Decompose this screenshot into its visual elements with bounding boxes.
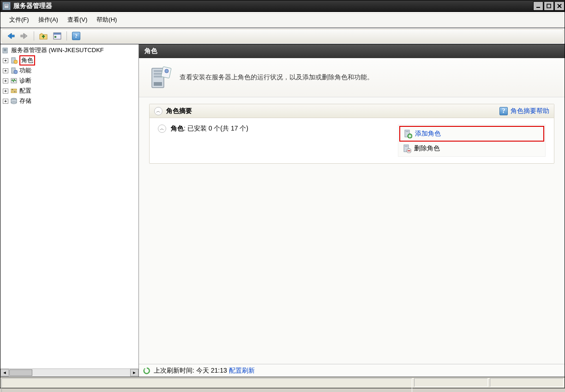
banner: 查看安装在服务器上角色的运行状况，以及添加或删除角色和功能。	[139, 58, 565, 97]
svg-rect-14	[4, 50, 6, 51]
maximize-button[interactable]	[544, 1, 554, 11]
back-button[interactable]	[5, 30, 17, 42]
collapse-button[interactable]: ︿	[154, 107, 162, 115]
expand-icon[interactable]: +	[3, 58, 8, 63]
status-cell-1	[414, 378, 488, 387]
toolbar-separator	[34, 31, 34, 41]
content-header: 角色	[139, 44, 565, 58]
tree-label-features: 功能	[19, 66, 31, 75]
storage-icon	[10, 97, 18, 105]
scroll-right-button[interactable]: ►	[130, 369, 138, 376]
menu-bar: 文件(F) 操作(A) 查看(V) 帮助(H)	[0, 12, 565, 28]
menu-view[interactable]: 查看(V)	[63, 14, 92, 25]
tree-item-diagnostics[interactable]: + 诊断	[1, 76, 138, 86]
menu-file[interactable]: 文件(F)	[5, 14, 34, 25]
footer-config-link[interactable]: 配置刷新	[229, 367, 255, 375]
menu-action[interactable]: 操作(A)	[34, 14, 63, 25]
remove-role-label: 删除角色	[414, 144, 440, 153]
tree-pane: 服务器管理器 (WIN-JKESUTCDKF + 角色 + 功能 + 诊断 + …	[0, 44, 139, 377]
svg-point-33	[165, 69, 168, 73]
summary-help-link[interactable]: ? 角色摘要帮助	[499, 107, 549, 115]
tree-label-roles: 角色	[19, 55, 35, 65]
tree-item-storage[interactable]: + 存储	[1, 96, 138, 106]
app-icon	[2, 2, 11, 10]
tree-item-features[interactable]: + 功能	[1, 65, 138, 76]
summary-title: 角色摘要	[166, 107, 192, 115]
summary-header: ︿ 角色摘要 ? 角色摘要帮助	[150, 104, 554, 118]
up-folder-button[interactable]	[37, 30, 49, 42]
svg-rect-0	[4, 4, 9, 8]
diagnostics-icon	[10, 77, 18, 85]
scroll-left-button[interactable]: ◄	[0, 369, 9, 376]
status-bar	[0, 377, 565, 388]
menu-help[interactable]: 帮助(H)	[92, 14, 121, 25]
scroll-track[interactable]	[9, 369, 130, 377]
actions-panel: 添加角色 删除角色	[398, 125, 546, 157]
svg-rect-29	[154, 73, 162, 75]
tree-item-roles[interactable]: + 角色	[1, 55, 138, 65]
expand-icon[interactable]: +	[3, 89, 8, 94]
svg-rect-11	[54, 36, 56, 38]
status-cell-2	[490, 378, 564, 387]
svg-rect-30	[154, 76, 162, 77]
help-icon: ?	[72, 32, 80, 40]
svg-point-18	[14, 70, 18, 74]
config-icon	[10, 87, 18, 95]
features-icon	[10, 66, 18, 75]
toolbar-separator-2	[66, 31, 67, 41]
svg-point-26	[11, 102, 17, 104]
svg-rect-31	[154, 82, 162, 86]
remove-role-icon	[402, 144, 411, 153]
svg-rect-21	[11, 91, 17, 93]
svg-rect-10	[54, 33, 61, 35]
footer-time: 今天 21:13	[196, 367, 227, 375]
refresh-icon	[143, 367, 151, 375]
summary-section: ︿ 角色摘要 ? 角色摘要帮助 ︿ 角色: 已安装 0 个(共 17 个)	[149, 104, 554, 164]
roles-count-label: 角色	[171, 125, 184, 132]
forward-button[interactable]	[18, 30, 30, 42]
roles-count-text: 已安装 0 个(共 17 个)	[187, 125, 248, 132]
horizontal-scrollbar[interactable]: ◄ ►	[0, 368, 138, 377]
expand-icon[interactable]: +	[3, 99, 8, 104]
tree-body[interactable]: 服务器管理器 (WIN-JKESUTCDKF + 角色 + 功能 + 诊断 + …	[0, 44, 138, 368]
svg-rect-35	[406, 131, 409, 132]
add-role-icon	[403, 129, 412, 138]
close-button[interactable]	[554, 1, 565, 11]
help-button[interactable]: ?	[70, 30, 82, 42]
content-pane: 角色 查看安装在服务器上角色的运行状况，以及添加或删除角色和功能。	[139, 44, 565, 377]
banner-text: 查看安装在服务器上角色的运行状况，以及添加或删除角色和功能。	[180, 73, 373, 82]
svg-rect-3	[547, 4, 551, 8]
summary-body: ︿ 角色: 已安装 0 个(共 17 个) 添加角色	[150, 118, 554, 163]
footer-label: 上次刷新时间:	[154, 367, 194, 375]
svg-rect-7	[21, 35, 24, 37]
tree-root-label: 服务器管理器 (WIN-JKESUTCDKF	[11, 46, 104, 54]
tree-root[interactable]: 服务器管理器 (WIN-JKESUTCDKF	[1, 45, 138, 55]
properties-button[interactable]	[51, 30, 63, 42]
content-body: 查看安装在服务器上角色的运行状况，以及添加或删除角色和功能。 ︿ 角色摘要 ? …	[139, 58, 565, 377]
svg-rect-28	[154, 70, 162, 72]
sub-collapse-button[interactable]: ︿	[158, 125, 166, 133]
scroll-thumb[interactable]	[9, 369, 32, 376]
title-bar: 服务器管理器	[0, 0, 565, 12]
svg-point-22	[12, 89, 13, 90]
svg-rect-1	[5, 5, 8, 6]
roles-count: 角色: 已安装 0 个(共 17 个)	[171, 125, 248, 133]
minimize-button[interactable]	[533, 1, 543, 11]
tree-label-config: 配置	[19, 87, 31, 95]
toolbar: ?	[0, 28, 565, 44]
summary-help-label: 角色摘要帮助	[511, 107, 549, 115]
svg-rect-6	[11, 35, 14, 37]
remove-role-link[interactable]: 删除角色	[399, 142, 544, 155]
tree-label-storage: 存储	[19, 97, 31, 105]
add-role-link[interactable]: 添加角色	[399, 126, 544, 142]
svg-point-16	[14, 60, 18, 64]
expand-icon[interactable]: +	[3, 78, 8, 83]
tree-item-config[interactable]: + 配置	[1, 86, 138, 96]
roles-icon	[10, 56, 18, 65]
status-main	[1, 378, 412, 392]
add-role-label: 添加角色	[415, 130, 441, 138]
expand-icon[interactable]: +	[3, 68, 8, 73]
server-icon	[1, 46, 10, 54]
svg-rect-13	[4, 49, 6, 50]
content-footer: 上次刷新时间: 今天 21:13 配置刷新	[139, 364, 565, 377]
